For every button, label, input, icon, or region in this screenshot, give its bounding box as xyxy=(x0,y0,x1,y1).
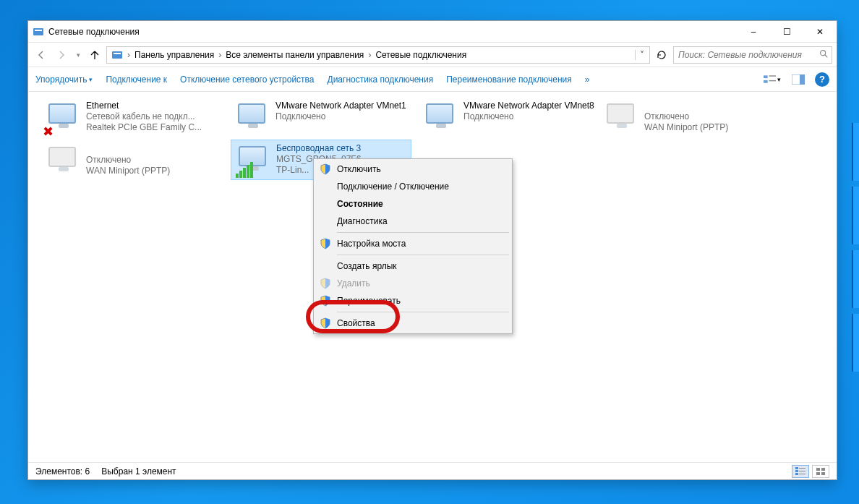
status-selected: Выбран 1 элемент xyxy=(101,466,176,477)
wifi-signal-icon xyxy=(236,162,253,178)
svg-rect-19 xyxy=(821,468,825,471)
svg-rect-8 xyxy=(764,80,768,82)
search-box[interactable] xyxy=(673,46,832,64)
status-bar: Элементов: 6 Выбран 1 элемент xyxy=(28,462,837,479)
titlebar: Сетевые подключения – ☐ ✕ xyxy=(28,21,837,43)
more-commands-chevron[interactable]: » xyxy=(585,74,590,85)
content-area: ✖ Ethernet Сетевой кабель не подкл... Re… xyxy=(28,92,837,462)
svg-point-4 xyxy=(821,51,826,56)
close-button[interactable]: ✕ xyxy=(803,21,837,43)
ctx-disconnect[interactable]: Отключить xyxy=(315,161,510,178)
location-icon xyxy=(111,49,123,61)
ctx-delete: Удалить xyxy=(315,275,510,292)
svg-rect-11 xyxy=(800,74,805,85)
ctx-shortcut[interactable]: Создать ярлык xyxy=(315,257,510,275)
shield-icon xyxy=(320,163,331,175)
shield-icon xyxy=(320,317,331,329)
svg-rect-1 xyxy=(35,30,42,31)
ctx-connect-toggle[interactable]: Подключение / Отключение xyxy=(315,178,510,195)
forward-button[interactable] xyxy=(53,46,70,64)
explorer-window: Сетевые подключения – ☐ ✕ ▾ › Панель упр… xyxy=(27,20,837,480)
command-bar: Упорядочить ▾ Подключение к Отключение с… xyxy=(28,67,837,92)
ctx-separator xyxy=(337,255,509,255)
svg-rect-13 xyxy=(799,468,805,469)
svg-rect-15 xyxy=(799,471,805,471)
taskview-edge xyxy=(852,123,859,412)
ctx-rename[interactable]: Переименовать xyxy=(315,292,510,309)
breadcrumb[interactable]: › Панель управления › Все элементы панел… xyxy=(106,46,650,64)
shield-icon xyxy=(320,295,331,307)
svg-rect-14 xyxy=(795,470,798,472)
ctx-diagnose[interactable]: Диагностика xyxy=(315,213,510,230)
connect-to-button[interactable]: Подключение к xyxy=(106,74,167,85)
rename-connection-button[interactable]: Переименование подключения xyxy=(446,74,572,85)
connection-item-vmnet8[interactable]: VMware Network Adapter VMnet8 Подключено xyxy=(419,98,599,138)
window-title: Сетевые подключения xyxy=(48,27,140,37)
chevron-right-icon: › xyxy=(126,50,132,60)
svg-rect-21 xyxy=(821,472,825,475)
ctx-properties[interactable]: Свойства xyxy=(315,315,510,332)
ctx-separator xyxy=(337,312,509,312)
breadcrumb-item[interactable]: Сетевые подключения xyxy=(372,50,469,60)
connection-item-wan1[interactable]: Отключено WAN Miniport (PPTP) xyxy=(599,98,780,138)
recent-dropdown[interactable]: ▾ xyxy=(73,46,83,64)
svg-rect-9 xyxy=(769,80,776,80)
context-menu: Отключить Подключение / Отключение Состо… xyxy=(313,158,513,334)
disable-device-button[interactable]: Отключение сетевого устройства xyxy=(180,74,314,85)
shield-icon xyxy=(320,278,331,289)
shield-icon xyxy=(320,238,331,249)
navigation-bar: ▾ › Панель управления › Все элементы пан… xyxy=(28,43,837,67)
connection-item-wan2[interactable]: Отключено WAN Miniport (PPTP) xyxy=(41,141,222,181)
search-input[interactable] xyxy=(677,49,819,61)
window-icon xyxy=(33,26,44,38)
svg-rect-7 xyxy=(769,75,776,76)
diagnose-button[interactable]: Диагностика подключения xyxy=(328,74,434,85)
preview-pane-button[interactable] xyxy=(789,72,808,87)
connection-item-vmnet1[interactable]: VMware Network Adapter VMnet1 Подключено xyxy=(231,98,411,138)
ctx-bridge[interactable]: Настройка моста xyxy=(315,235,510,252)
breadcrumb-dropdown[interactable]: ˅ xyxy=(635,50,648,60)
organize-menu[interactable]: Упорядочить ▾ xyxy=(35,74,93,85)
view-options-button[interactable]: ▾ xyxy=(763,72,782,87)
svg-rect-18 xyxy=(816,468,820,471)
connection-item-ethernet[interactable]: ✖ Ethernet Сетевой кабель не подкл... Re… xyxy=(41,98,222,138)
search-icon xyxy=(819,48,829,61)
status-item-count: Элементов: 6 xyxy=(35,466,90,477)
refresh-button[interactable] xyxy=(653,46,670,64)
maximize-button[interactable]: ☐ xyxy=(770,21,803,43)
error-overlay-icon: ✖ xyxy=(43,124,54,140)
breadcrumb-item[interactable]: Панель управления xyxy=(132,50,217,60)
back-button[interactable] xyxy=(33,46,50,64)
svg-rect-12 xyxy=(795,467,798,469)
minimize-button[interactable]: – xyxy=(737,21,770,43)
ctx-separator xyxy=(337,232,509,233)
svg-rect-0 xyxy=(33,28,43,35)
view-large-button[interactable] xyxy=(812,465,829,478)
svg-rect-2 xyxy=(112,51,122,59)
svg-rect-17 xyxy=(799,474,805,474)
svg-rect-6 xyxy=(764,75,768,78)
up-button[interactable] xyxy=(86,46,103,64)
svg-rect-16 xyxy=(795,473,798,475)
ctx-state[interactable]: Состояние xyxy=(315,195,510,213)
help-button[interactable]: ? xyxy=(815,72,829,87)
svg-rect-20 xyxy=(816,472,820,475)
view-details-button[interactable] xyxy=(792,465,809,478)
svg-rect-3 xyxy=(114,53,121,54)
breadcrumb-item[interactable]: Все элементы панели управления xyxy=(223,50,367,60)
svg-line-5 xyxy=(825,55,828,58)
